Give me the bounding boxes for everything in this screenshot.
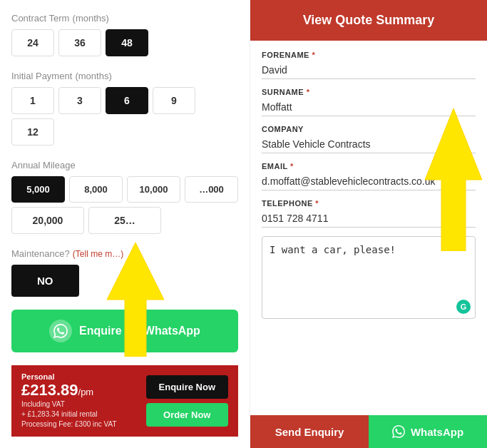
contract-term-unit: (months): [73, 13, 109, 24]
company-label-text: COMPANY: [262, 125, 304, 133]
contract-term-label: Contract Term: [11, 13, 69, 24]
price-label: Personal: [21, 372, 117, 381]
forename-required: *: [312, 51, 316, 59]
mileage-options-row1: 5,000 8,000 10,000 …000: [11, 176, 238, 203]
whatsapp-enquire-label: Enquire via WhatsApp: [79, 325, 200, 337]
initial-payment-options: 1 3 6 9 12: [11, 87, 238, 146]
price-sub1: Including VAT: [21, 399, 117, 409]
send-enquiry-button[interactable]: Send Enquiry: [250, 415, 369, 448]
contract-term-options: 24 36 48: [11, 29, 238, 56]
initial-payment-title: Initial Payment (months): [11, 69, 238, 81]
telephone-required: *: [315, 199, 319, 208]
surname-required: *: [307, 88, 310, 96]
whatsapp-icon: [49, 320, 72, 342]
maintenance-section: Maintenance? (Tell me m…) NO: [11, 247, 238, 297]
company-input[interactable]: [262, 136, 476, 153]
annual-mileage-section: Annual Mileage 5,000 8,000 10,000 …000 2…: [11, 158, 238, 234]
surname-field-group: SURNAME *: [262, 88, 476, 116]
whatsapp-form-icon: [392, 425, 405, 438]
right-panel: View Quote Summary FORENAME * SURNAME * …: [250, 0, 487, 448]
contract-option-24[interactable]: 24: [11, 29, 54, 56]
initial-option-1[interactable]: 1: [11, 87, 54, 114]
initial-option-12[interactable]: 12: [11, 118, 54, 146]
contract-option-48[interactable]: 48: [106, 29, 148, 56]
telephone-label: TELEPHONE *: [262, 199, 476, 208]
email-label: EMAIL *: [262, 162, 476, 170]
company-label: COMPANY: [262, 125, 476, 133]
initial-option-9[interactable]: 9: [153, 87, 195, 114]
price-unit: /pm: [78, 387, 94, 397]
grammarly-icon: G: [456, 300, 471, 314]
telephone-label-text: TELEPHONE: [262, 199, 313, 208]
forename-label-text: FORENAME: [262, 51, 309, 59]
maintenance-label: Maintenance?: [11, 248, 70, 259]
mileage-option-25000[interactable]: 25…: [88, 207, 161, 234]
forename-input[interactable]: [262, 61, 476, 79]
mileage-option-more1[interactable]: …000: [185, 176, 238, 203]
mileage-option-5000[interactable]: 5,000: [11, 176, 65, 203]
whatsapp-form-label: WhatsApp: [411, 426, 463, 438]
view-quote-button[interactable]: View Quote Summary: [250, 0, 487, 41]
surname-label-text: SURNAME: [262, 88, 304, 96]
email-input[interactable]: [262, 173, 476, 190]
company-field-group: COMPANY: [262, 125, 476, 153]
annual-mileage-label: Annual Mileage: [11, 160, 76, 170]
initial-payment-unit: (months): [75, 71, 111, 81]
whatsapp-form-button[interactable]: WhatsApp: [369, 415, 487, 448]
contract-term-section: Contract Term (months) 24 36 48: [11, 11, 238, 56]
message-textarea[interactable]: [270, 244, 468, 308]
telephone-field-group: TELEPHONE *: [262, 199, 476, 228]
maintenance-toggle[interactable]: NO: [11, 265, 79, 297]
contract-term-title: Contract Term (months): [11, 11, 238, 24]
telephone-input[interactable]: [262, 210, 476, 228]
price-display: £213.89/pm: [21, 381, 117, 399]
mileage-option-10000[interactable]: 10,000: [127, 176, 180, 203]
email-label-text: EMAIL: [262, 162, 288, 170]
maintenance-tell: (Tell me m…): [73, 249, 123, 259]
order-now-button[interactable]: Order Now: [146, 403, 228, 427]
surname-label: SURNAME *: [262, 88, 476, 96]
left-panel: Contract Term (months) 24 36 48 Initial …: [0, 0, 250, 448]
forename-field-group: FORENAME *: [262, 51, 476, 79]
initial-option-6[interactable]: 6: [106, 87, 148, 114]
price-info: Personal £213.89/pm Including VAT + £1,2…: [21, 372, 117, 429]
enquire-now-button[interactable]: Enquire Now: [146, 375, 228, 399]
mileage-option-20000[interactable]: 20,000: [11, 207, 84, 234]
initial-payment-section: Initial Payment (months) 1 3 6 9 12: [11, 69, 238, 146]
bottom-bar: Personal £213.89/pm Including VAT + £1,2…: [11, 365, 238, 437]
email-field-group: EMAIL *: [262, 162, 476, 190]
bottom-actions: Enquire Now Order Now: [146, 375, 228, 427]
forename-label: FORENAME *: [262, 51, 476, 59]
price-sub3: Processing Fee: £300 inc VAT: [21, 419, 117, 429]
whatsapp-enquire-button[interactable]: Enquire via WhatsApp: [11, 310, 238, 352]
form-area: FORENAME * SURNAME * COMPANY EMAIL *: [250, 41, 487, 415]
mileage-option-8000[interactable]: 8,000: [69, 176, 123, 203]
annual-mileage-title: Annual Mileage: [11, 158, 238, 170]
form-actions: Send Enquiry WhatsApp: [250, 415, 487, 448]
email-required: *: [290, 162, 294, 170]
initial-payment-label: Initial Payment: [11, 71, 72, 81]
price-amount: £213.89: [21, 381, 78, 399]
message-area-wrapper: G: [262, 236, 476, 319]
contract-option-36[interactable]: 36: [58, 29, 101, 56]
mileage-options-row2: 20,000 25…: [11, 207, 238, 234]
initial-option-3[interactable]: 3: [58, 87, 101, 114]
surname-input[interactable]: [262, 98, 476, 116]
maintenance-title: Maintenance? (Tell me m…): [11, 247, 238, 259]
price-sub2: + £1,283.34 initial rental: [21, 409, 117, 419]
